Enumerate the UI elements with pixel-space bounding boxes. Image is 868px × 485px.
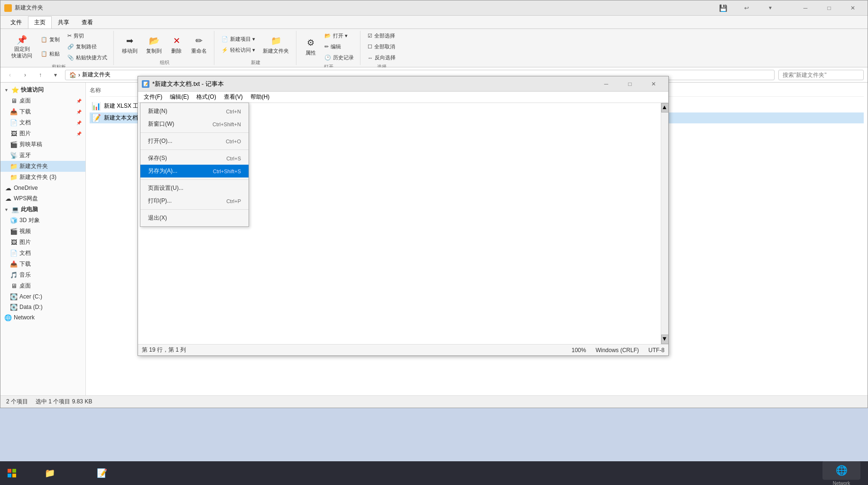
menu-new[interactable]: 新建(N) Ctrl+N <box>140 105 249 118</box>
maximize-button[interactable]: □ <box>818 0 840 16</box>
copy-to-btn[interactable]: 📂 复制到 <box>143 31 165 58</box>
menu-edit[interactable]: 编辑(E) <box>166 92 193 102</box>
tab-view[interactable]: 查看 <box>75 16 99 28</box>
menu-help[interactable]: 帮助(H) <box>247 92 274 102</box>
move-to-btn[interactable]: ➡ 移动到 <box>119 31 141 58</box>
copy-btn[interactable]: 📋 复制 <box>37 33 63 47</box>
taskbar-notepad-icon: 📝 <box>97 468 107 478</box>
sidebar-item-onedrive[interactable]: ☁ OneDrive <box>0 183 85 193</box>
quick-access-arrow: ▼ <box>4 88 9 93</box>
paste-shortcut-btn[interactable]: 📎 粘贴快捷方式 <box>65 53 110 63</box>
notepad-minimize-btn[interactable]: ─ <box>595 76 617 92</box>
sidebar-item-pictures-pc[interactable]: 🖼 图片 <box>0 237 85 248</box>
menu-file[interactable]: 文件(F) <box>140 92 166 102</box>
notepad-scrollbar[interactable]: ▲ ▼ <box>661 103 668 344</box>
up-btn[interactable]: ↑ <box>35 69 46 81</box>
easy-access-btn[interactable]: ⚡ 轻松访问 ▾ <box>219 45 258 55</box>
paste-btn[interactable]: 📋 粘贴 <box>37 47 63 61</box>
new-item-btn[interactable]: 📄 新建项目 ▾ <box>219 34 258 44</box>
sidebar-section-quick-access[interactable]: ▼ ⭐ 快速访问 <box>0 84 85 95</box>
sidebar-item-downloads-pc[interactable]: 📥 下载 <box>0 259 85 270</box>
notepad-maximize-btn[interactable]: □ <box>619 76 641 92</box>
menu-exit[interactable]: 退出(X) <box>140 212 249 224</box>
sidebar-item-pictures[interactable]: 🖼 图片 📌 <box>0 128 85 139</box>
sidebar-item-data-d[interactable]: 💽 Data (D:) <box>0 302 85 312</box>
pin-icon: 📌 <box>16 35 28 45</box>
menu-save[interactable]: 保存(S) Ctrl+S <box>140 152 249 165</box>
menu-format[interactable]: 格式(O) <box>193 92 220 102</box>
open-btn[interactable]: 📂 打开 ▾ <box>322 31 356 41</box>
windows-logo-icon <box>8 469 16 477</box>
down-arrow-btn[interactable]: ▾ <box>50 69 61 81</box>
taskbar-notepad-item[interactable]: 📝 <box>76 461 128 485</box>
ribbon-group-organize: ➡ 移动到 📂 复制到 ✕ 删除 ✏ 重命名 <box>115 31 214 65</box>
invert-icon: ↔ <box>368 55 373 61</box>
cut-btn[interactable]: ✂ 剪切 <box>65 31 110 41</box>
properties-btn[interactable]: ⚙ 属性 <box>301 33 320 61</box>
menu-view[interactable]: 查看(V) <box>220 92 247 102</box>
menu-open[interactable]: 打开(O)... Ctrl+O <box>140 135 249 148</box>
tab-file[interactable]: 文件 <box>4 16 28 28</box>
scrollbar-up-btn[interactable]: ▲ <box>661 103 669 112</box>
menu-new-window[interactable]: 新窗口(W) Ctrl+Shift+N <box>140 118 249 131</box>
history-btn[interactable]: 🕑 历史记录 <box>322 53 356 63</box>
taskbar-network-item[interactable]: 🌐 Network <box>822 461 860 485</box>
pin-quick-access-btn[interactable]: 📌 固定到快速访问 <box>8 33 36 61</box>
sidebar-item-acer-c[interactable]: 💽 Acer (C:) <box>0 291 85 302</box>
sidebar-section-this-pc[interactable]: ▼ 💻 此电脑 <box>0 204 85 215</box>
properties-icon: ⚙ <box>305 37 316 48</box>
delete-btn[interactable]: ✕ 删除 <box>167 31 186 58</box>
ribbon-group-new: 📄 新建项目 ▾ ⚡ 轻松访问 ▾ 📁 新建文件夹 新建 <box>215 31 296 65</box>
sidebar-item-desktop-pc[interactable]: 🖥 桌面 <box>0 280 85 291</box>
tab-share[interactable]: 共享 <box>52 16 75 28</box>
edit-icon: ✏ <box>324 44 329 50</box>
sidebar-item-docs-pc[interactable]: 📄 文档 <box>0 248 85 259</box>
taskbar-explorer-item[interactable]: 📁 <box>24 461 76 485</box>
sidebar-item-new-folder[interactable]: 📁 新建文件夹 <box>0 161 85 172</box>
select-all-btn[interactable]: ☑ 全部选择 <box>365 31 398 41</box>
start-button[interactable] <box>0 461 24 485</box>
search-input[interactable] <box>778 70 864 80</box>
scrollbar-down-btn[interactable]: ▼ <box>661 335 669 344</box>
sidebar-item-documents[interactable]: 📄 文档 📌 <box>0 117 85 128</box>
network-text: Network <box>833 481 850 485</box>
network-globe-icon: 🌐 <box>836 465 848 476</box>
history-icon: 🕑 <box>324 55 331 61</box>
ribbon-group-select: ☑ 全部选择 ☐ 全部取消 ↔ 反向选择 选择 <box>361 31 402 65</box>
invert-selection-btn[interactable]: ↔ 反向选择 <box>365 53 398 63</box>
tb-save-btn[interactable]: 💾 <box>712 0 734 16</box>
sidebar-item-video[interactable]: 🎬 视频 <box>0 226 85 237</box>
tb-dropdown-btn[interactable]: ▼ <box>759 0 781 16</box>
new-folder-btn[interactable]: 📁 新建文件夹 <box>259 31 292 58</box>
sidebar-item-music[interactable]: 🎵 音乐 <box>0 270 85 280</box>
close-button[interactable]: ✕ <box>842 0 864 16</box>
svg-rect-0 <box>8 469 11 473</box>
menu-save-as[interactable]: 另存为(A)... Ctrl+Shift+S <box>140 165 249 177</box>
menu-print[interactable]: 打印(P)... Ctrl+P <box>140 195 249 207</box>
notepad-close-btn[interactable]: ✕ <box>643 76 665 92</box>
explorer-icon <box>4 4 12 12</box>
back-btn[interactable]: ‹ <box>4 69 16 81</box>
tb-undo-btn[interactable]: ↩ <box>736 0 757 16</box>
sidebar-item-bluetooth[interactable]: 📡 蓝牙 <box>0 150 85 161</box>
deselect-all-icon: ☐ <box>368 44 372 50</box>
minimize-button[interactable]: ─ <box>794 0 816 16</box>
sidebar-item-wps[interactable]: ☁ WPS网盘 <box>0 193 85 204</box>
svg-rect-1 <box>12 469 16 473</box>
sidebar-item-downloads[interactable]: 📥 下载 📌 <box>0 106 85 117</box>
sidebar-item-new-folder-3[interactable]: 📁 新建文件夹 (3) <box>0 172 85 183</box>
tab-home[interactable]: 主页 <box>28 16 52 28</box>
sidebar-item-3d[interactable]: 🧊 3D 对象 <box>0 215 85 226</box>
deselect-all-btn[interactable]: ☐ 全部取消 <box>365 42 398 52</box>
rename-btn[interactable]: ✏ 重命名 <box>188 31 210 58</box>
zoom-level: 100% <box>572 347 586 354</box>
new-label: 新建 <box>251 59 260 66</box>
edit-btn[interactable]: ✏ 编辑 <box>322 42 356 52</box>
menu-page-setup[interactable]: 页面设置(U)... <box>140 182 249 195</box>
sidebar-item-network[interactable]: 🌐 Network <box>0 312 85 323</box>
path-home-icon: 🏠 <box>69 72 76 78</box>
forward-btn[interactable]: › <box>19 69 31 81</box>
copy-path-btn[interactable]: 🔗 复制路径 <box>65 42 110 52</box>
sidebar-item-jianying[interactable]: 🎬 剪映草稿 <box>0 139 85 150</box>
sidebar-item-desktop[interactable]: 🖥 桌面 📌 <box>0 95 85 106</box>
